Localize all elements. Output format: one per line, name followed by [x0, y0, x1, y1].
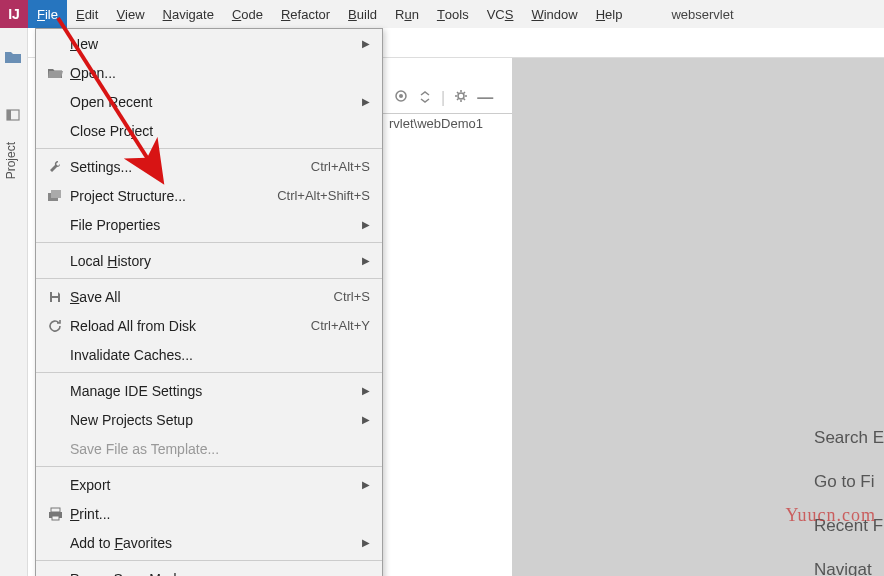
menu-item-label: Power Save Mode [66, 571, 370, 577]
menu-shortcut: Ctrl+Alt+S [311, 159, 370, 174]
menu-item-label: Close Project [66, 123, 370, 139]
editor-hints: Search EGo to FiRecent FNavigatDrop file [814, 428, 884, 576]
menu-item-label: Export [66, 477, 354, 493]
menu-separator [36, 372, 382, 373]
menu-item-label: Save File as Template... [66, 441, 370, 457]
submenu-arrow-icon: ▶ [362, 219, 370, 230]
project-folder-icon[interactable] [4, 50, 22, 68]
settings-gear-icon[interactable] [453, 88, 469, 108]
svg-rect-8 [52, 516, 59, 520]
menu-item-label: Local History [66, 253, 354, 269]
folders-icon [44, 189, 66, 203]
menu-item-new-projects-setup[interactable]: New Projects Setup▶ [36, 405, 382, 434]
menubar: IJ FileEditViewNavigateCodeRefactorBuild… [0, 0, 884, 28]
expand-all-icon[interactable] [417, 88, 433, 108]
menu-separator [36, 560, 382, 561]
folder-open-icon [44, 66, 66, 80]
project-tool-icon[interactable] [6, 108, 20, 126]
submenu-arrow-icon: ▶ [362, 38, 370, 49]
hide-icon[interactable]: — [477, 89, 493, 107]
menu-separator [36, 148, 382, 149]
hint-text: Search E [814, 428, 884, 448]
menu-code[interactable]: Code [223, 0, 272, 28]
submenu-arrow-icon: ▶ [362, 479, 370, 490]
menu-item-new[interactable]: New▶ [36, 29, 382, 58]
menu-item-label: New [66, 36, 354, 52]
menu-item-label: New Projects Setup [66, 412, 354, 428]
hint-text: Navigat [814, 560, 884, 576]
print-icon [44, 507, 66, 521]
menu-shortcut: Ctrl+Alt+Shift+S [277, 188, 370, 203]
menu-item-label: Save All [66, 289, 334, 305]
menu-item-label: Print... [66, 506, 370, 522]
menu-separator [36, 242, 382, 243]
wrench-icon [44, 159, 66, 174]
menu-item-local-history[interactable]: Local History▶ [36, 246, 382, 275]
editor-background: Search EGo to FiRecent FNavigatDrop file [512, 58, 884, 576]
menu-vcs[interactable]: VCS [478, 0, 523, 28]
menu-item-manage-ide-settings[interactable]: Manage IDE Settings▶ [36, 376, 382, 405]
menu-item-reload-all-from-disk[interactable]: Reload All from DiskCtrl+Alt+Y [36, 311, 382, 340]
menu-item-label: Open Recent [66, 94, 354, 110]
menu-item-label: Reload All from Disk [66, 318, 311, 334]
menu-item-settings[interactable]: Settings...Ctrl+Alt+S [36, 152, 382, 181]
menu-item-label: Invalidate Caches... [66, 347, 370, 363]
menu-item-label: Settings... [66, 159, 311, 175]
menu-separator [36, 466, 382, 467]
menu-item-file-properties[interactable]: File Properties▶ [36, 210, 382, 239]
submenu-arrow-icon: ▶ [362, 96, 370, 107]
menu-navigate[interactable]: Navigate [154, 0, 223, 28]
menu-window[interactable]: Window [522, 0, 586, 28]
project-name: webservlet [671, 7, 733, 22]
menu-item-label: Add to Favorites [66, 535, 354, 551]
svg-rect-4 [52, 292, 58, 296]
menu-item-print[interactable]: Print... [36, 499, 382, 528]
menu-item-invalidate-caches[interactable]: Invalidate Caches... [36, 340, 382, 369]
svg-rect-1 [7, 110, 11, 120]
menu-shortcut: Ctrl+Alt+Y [311, 318, 370, 333]
menu-separator [36, 278, 382, 279]
menu-item-open-recent[interactable]: Open Recent▶ [36, 87, 382, 116]
svg-point-11 [458, 93, 464, 99]
menu-refactor[interactable]: Refactor [272, 0, 339, 28]
menu-build[interactable]: Build [339, 0, 386, 28]
file-menu-dropdown: New▶Open...Open Recent▶Close ProjectSett… [35, 28, 383, 576]
watermark: Yuucn.com [786, 505, 876, 526]
save-icon [44, 290, 66, 304]
menu-item-export[interactable]: Export▶ [36, 470, 382, 499]
menu-edit[interactable]: Edit [67, 0, 107, 28]
menu-item-save-all[interactable]: Save AllCtrl+S [36, 282, 382, 311]
menu-item-save-file-as-template: Save File as Template... [36, 434, 382, 463]
submenu-arrow-icon: ▶ [362, 255, 370, 266]
svg-rect-5 [52, 298, 58, 302]
app-logo: IJ [0, 0, 28, 28]
reload-icon [44, 318, 66, 333]
menu-shortcut: Ctrl+S [334, 289, 370, 304]
menu-item-add-to-favorites[interactable]: Add to Favorites▶ [36, 528, 382, 557]
menu-item-label: Project Structure... [66, 188, 277, 204]
project-tool-window-tab[interactable]: Project [2, 138, 20, 183]
menu-item-label: Open... [66, 65, 370, 81]
submenu-arrow-icon: ▶ [362, 414, 370, 425]
menu-item-project-structure[interactable]: Project Structure...Ctrl+Alt+Shift+S [36, 181, 382, 210]
submenu-arrow-icon: ▶ [362, 385, 370, 396]
menu-item-label: Manage IDE Settings [66, 383, 354, 399]
submenu-arrow-icon: ▶ [362, 537, 370, 548]
svg-rect-3 [51, 190, 61, 198]
file-path: rvlet\webDemo1 [383, 114, 489, 133]
menu-item-close-project[interactable]: Close Project [36, 116, 382, 145]
menu-item-power-save-mode[interactable]: Power Save Mode [36, 564, 382, 576]
menu-run[interactable]: Run [386, 0, 428, 28]
menu-tools[interactable]: Tools [428, 0, 478, 28]
editor-toolbar: | — [383, 82, 513, 114]
menu-help[interactable]: Help [587, 0, 632, 28]
hint-text: Go to Fi [814, 472, 884, 492]
svg-rect-6 [51, 508, 60, 512]
menu-item-open[interactable]: Open... [36, 58, 382, 87]
menu-item-label: File Properties [66, 217, 354, 233]
menu-view[interactable]: View [107, 0, 153, 28]
select-opened-file-icon[interactable] [393, 88, 409, 108]
menu-file[interactable]: File [28, 0, 67, 28]
left-gutter: Project [0, 28, 28, 576]
svg-point-10 [399, 94, 403, 98]
